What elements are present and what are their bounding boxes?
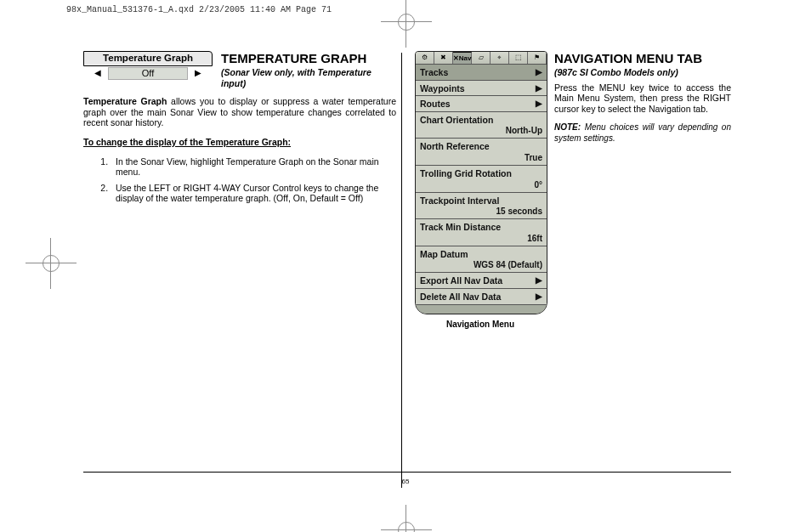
nav-menu-value: WGS 84 (Default) <box>420 260 542 270</box>
chevron-right-icon: ▶ <box>536 99 542 109</box>
temperature-lead-paragraph: Temperature Graph allows you to display … <box>83 96 396 128</box>
widget-title: Temperature Graph <box>83 51 213 66</box>
nav-menu-value: 15 seconds <box>420 207 542 217</box>
nav-menu-item: North ReferenceTrue <box>416 139 547 166</box>
nav-tab: ⌖ <box>491 52 509 64</box>
nav-menu-item: Map DatumWGS 84 (Default) <box>416 246 547 274</box>
registration-mark-left <box>26 238 77 289</box>
nav-tab: ⚙ <box>416 52 434 64</box>
nav-tab: ⚑ <box>528 52 547 64</box>
nav-menu-item: Waypoints▶ <box>416 81 547 97</box>
step-item: Use the LEFT or RIGHT 4-WAY Cursor Contr… <box>111 183 396 204</box>
nav-tabstrip: ⚙✖✕Nav▱⌖⬚⚑ <box>416 52 547 65</box>
nav-menu-item: Trackpoint Interval15 seconds <box>416 193 547 220</box>
right-arrow-icon: ▶ <box>195 68 201 78</box>
left-arrow-icon: ◀ <box>94 68 101 78</box>
howto-heading: To change the display of the Temperature… <box>83 137 396 148</box>
nav-tab: ▱ <box>472 52 491 64</box>
column-divider <box>401 53 402 488</box>
section-heading-temperature: TEMPERATURE GRAPH <box>221 51 396 66</box>
nav-menu-item: Chart OrientationNorth-Up <box>416 112 547 139</box>
right-column: ⚙✖✕Nav▱⌖⬚⚑ Tracks▶Waypoints▶Routes▶Chart… <box>415 51 731 330</box>
registration-mark-bottom <box>381 505 432 532</box>
widget-value: Off <box>108 67 188 80</box>
nav-menu-item: Trolling Grid Rotation0° <box>416 166 547 193</box>
nav-menu-item: Track Min Distance16ft <box>416 219 547 246</box>
navigation-menu-caption: Navigation Menu <box>415 320 546 330</box>
chevron-right-icon: ▶ <box>536 275 542 286</box>
left-column: Temperature Graph ◀ Off ▶ TEMPERATURE GR… <box>83 51 396 211</box>
page-number: 65 <box>0 478 811 485</box>
nav-tab: ✖ <box>434 52 453 64</box>
nav-menu-value: 16ft <box>420 234 542 244</box>
navigation-menu-screenshot: ⚙✖✕Nav▱⌖⬚⚑ Tracks▶Waypoints▶Routes▶Chart… <box>415 51 547 314</box>
nav-menu-item: Routes▶ <box>416 96 547 112</box>
nav-menu-value: North-Up <box>420 126 542 136</box>
note-label: NOTE: <box>554 122 581 132</box>
print-header: 98x_Manual_531376-1_A.qxd 2/23/2005 11:4… <box>66 5 332 14</box>
nav-tab: ⬚ <box>509 52 528 64</box>
chevron-right-icon: ▶ <box>536 67 542 77</box>
chevron-right-icon: ▶ <box>536 291 542 302</box>
temperature-graph-widget: Temperature Graph ◀ Off ▶ <box>83 51 213 80</box>
lead-bold: Temperature Graph <box>83 96 167 106</box>
footer-rule <box>83 472 731 473</box>
step-item: In the Sonar View, highlight Temperature… <box>111 156 396 178</box>
nav-menu-value: 0° <box>420 180 542 190</box>
nav-menu-value: True <box>420 153 542 163</box>
chevron-right-icon: ▶ <box>536 83 542 93</box>
registration-mark-top <box>381 0 432 48</box>
section-subtitle-temperature: (Sonar View only, with Temperature input… <box>221 67 396 88</box>
nav-tab: ✕Nav <box>453 52 473 64</box>
nav-menu-item: Delete All Nav Data▶ <box>416 289 547 305</box>
howto-steps: In the Sonar View, highlight Temperature… <box>83 156 396 204</box>
nav-menu-item: Tracks▶ <box>416 65 547 81</box>
note-text: Menu choices will vary depending on syst… <box>554 122 731 143</box>
nav-menu-item: Export All Nav Data▶ <box>416 273 547 289</box>
